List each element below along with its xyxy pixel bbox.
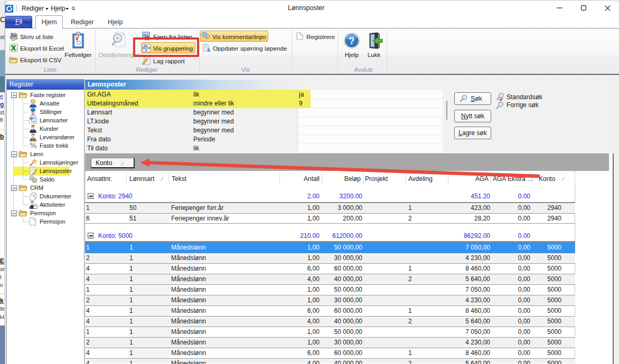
svg-text:%: % xyxy=(29,141,37,149)
svg-text:?: ? xyxy=(349,36,355,46)
